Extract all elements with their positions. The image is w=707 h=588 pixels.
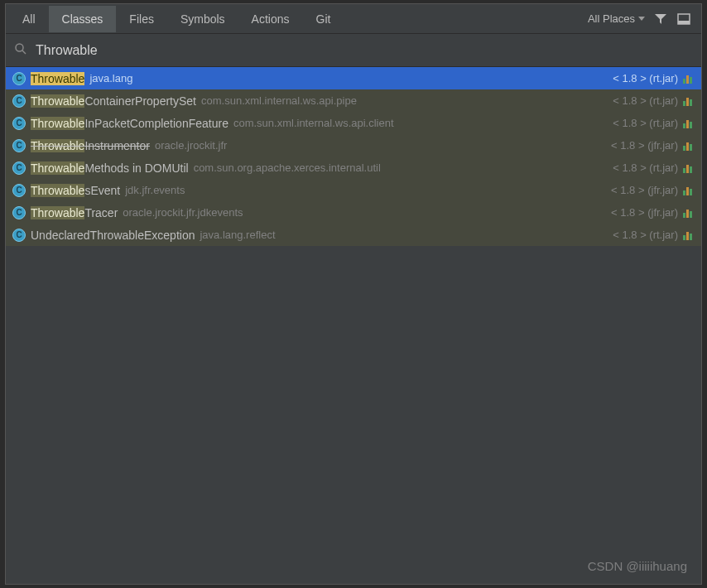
svg-line-3	[22, 51, 26, 54]
result-meta: < 1.8 > (rt.jar)	[613, 229, 678, 241]
class-icon	[12, 161, 26, 175]
result-row[interactable]: ThrowableInPacketCompletionFeature com.s…	[6, 112, 701, 134]
class-icon	[12, 117, 26, 130]
filter-icon[interactable]	[653, 12, 668, 27]
tab-actions[interactable]: Actions	[238, 6, 303, 32]
result-name: UndeclaredThrowableException	[31, 229, 195, 242]
result-package: oracle.jrockit.jfr	[155, 139, 227, 152]
result-row[interactable]: UndeclaredThrowableException java.lang.r…	[6, 224, 701, 246]
tab-all[interactable]: All	[9, 6, 49, 32]
scope-selector[interactable]: All Places	[588, 12, 645, 25]
result-meta: < 1.8 > (rt.jar)	[613, 94, 678, 107]
class-icon	[12, 94, 26, 108]
class-icon	[12, 206, 26, 219]
result-row[interactable]: ThrowableInstrumentor oracle.jrockit.jfr…	[6, 134, 701, 157]
result-name: ThrowableInstrumentor	[31, 139, 150, 152]
svg-rect-1	[678, 21, 690, 24]
result-meta: < 1.8 > (jfr.jar)	[611, 206, 678, 219]
result-package: oracle.jrockit.jfr.jdkevents	[123, 206, 243, 219]
library-icon	[683, 229, 695, 241]
result-name: ThrowableMethods in DOMUtil	[31, 161, 189, 175]
class-icon	[12, 184, 26, 197]
tab-classes[interactable]: Classes	[49, 6, 117, 32]
tabs-bar: All Classes Files Symbols Actions Git Al…	[6, 4, 701, 34]
result-package: com.sun.xml.internal.ws.api.client	[233, 117, 394, 129]
tab-symbols[interactable]: Symbols	[167, 6, 238, 32]
tabs-right: All Places	[588, 12, 698, 27]
result-package: com.sun.xml.internal.ws.api.pipe	[201, 94, 357, 107]
search-everywhere-popup: All Classes Files Symbols Actions Git Al…	[5, 3, 702, 585]
result-package: java.lang	[89, 72, 132, 84]
class-icon	[12, 72, 26, 85]
result-package: jdk.jfr.events	[125, 184, 185, 196]
library-icon	[683, 207, 695, 219]
search-input[interactable]	[36, 43, 693, 58]
svg-point-2	[16, 44, 23, 51]
result-name: ThrowablesEvent	[31, 184, 120, 197]
result-name: Throwable	[31, 72, 84, 85]
scope-label: All Places	[588, 12, 635, 25]
result-row[interactable]: ThrowablesEvent jdk.jfr.events< 1.8 > (j…	[6, 179, 701, 201]
class-icon	[12, 139, 26, 152]
result-row[interactable]: ThrowableContainerPropertySet com.sun.xm…	[6, 89, 701, 112]
search-row	[6, 34, 701, 67]
result-meta: < 1.8 > (rt.jar)	[613, 161, 678, 174]
result-row[interactable]: ThrowableMethods in DOMUtil com.sun.org.…	[6, 157, 701, 179]
result-row[interactable]: Throwable java.lang< 1.8 > (rt.jar)	[6, 67, 701, 89]
result-name: ThrowableContainerPropertySet	[31, 94, 196, 108]
chevron-down-icon	[638, 17, 645, 21]
result-package: java.lang.reflect	[200, 229, 275, 241]
result-meta: < 1.8 > (jfr.jar)	[611, 184, 678, 196]
library-icon	[683, 140, 695, 152]
library-icon	[683, 95, 695, 107]
library-icon	[683, 162, 695, 174]
results-list: Throwable java.lang< 1.8 > (rt.jar)Throw…	[6, 67, 701, 246]
tab-git[interactable]: Git	[303, 6, 344, 32]
result-name: ThrowableInPacketCompletionFeature	[31, 117, 228, 130]
watermark-text: CSDN @iiiiihuang	[588, 559, 687, 573]
tab-files[interactable]: Files	[116, 6, 167, 32]
library-icon	[683, 118, 695, 129]
result-meta: < 1.8 > (jfr.jar)	[611, 139, 678, 152]
result-name: ThrowableTracer	[31, 206, 118, 219]
library-icon	[683, 73, 695, 84]
class-icon	[12, 229, 26, 242]
search-icon	[14, 42, 27, 58]
result-package: com.sun.org.apache.xerces.internal.util	[194, 161, 381, 174]
result-meta: < 1.8 > (rt.jar)	[613, 117, 678, 129]
open-tool-window-icon[interactable]	[676, 12, 691, 27]
result-row[interactable]: ThrowableTracer oracle.jrockit.jfr.jdkev…	[6, 201, 701, 224]
result-meta: < 1.8 > (rt.jar)	[613, 72, 678, 84]
library-icon	[683, 185, 695, 196]
